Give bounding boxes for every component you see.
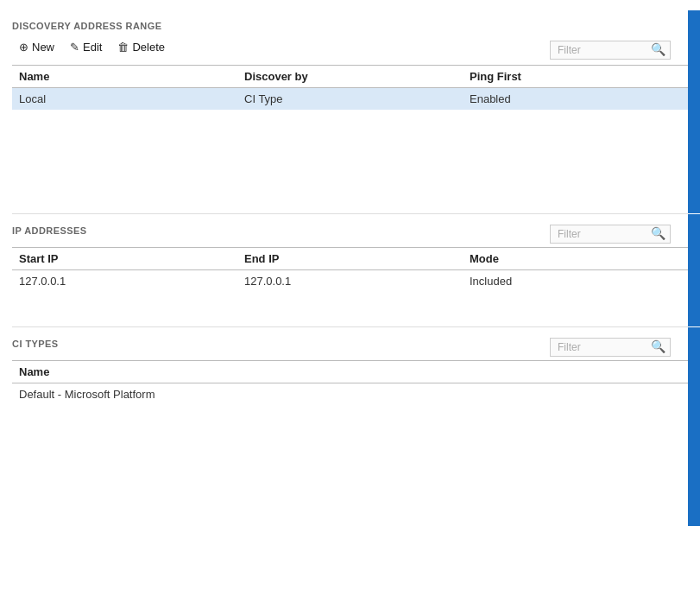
delete-label: Delete (132, 41, 165, 54)
ip-col-startip: Start IP (12, 248, 237, 270)
ip-col-mode: Mode (463, 248, 688, 270)
new-button[interactable]: ⊕ New (12, 38, 61, 56)
ip-col-endip: End IP (237, 248, 463, 270)
ci-col-name: Name (12, 361, 688, 383)
ip-filter-area: 🔍 (550, 225, 671, 244)
discovery-toolbar: ⊕ New ✎ Edit 🗑 Delete (12, 38, 172, 56)
ci-filter-area: 🔍 (550, 338, 671, 357)
ip-header-row: Start IP End IP Mode (12, 248, 688, 270)
discovery-section: DISCOVERY ADDRESS RANGE ⊕ New ✎ Edit 🗑 D… (0, 10, 700, 213)
ip-addresses-section: IP ADDRESSES 🔍 Start IP End IP Mode (0, 214, 700, 326)
ci-empty-row (12, 405, 688, 526)
discovery-cell-discoverby-0: CI Type (237, 88, 463, 111)
ci-blue-bar[interactable] (688, 327, 700, 526)
ci-row-0[interactable]: Default - Microsoft Platform (12, 383, 688, 406)
ci-cell-name-0: Default - Microsoft Platform (12, 383, 688, 406)
ci-types-section: CI TYPES 🔍 Name Default - Microsoft (0, 327, 700, 526)
edit-icon: ✎ (70, 41, 79, 54)
ci-header-row: Name (12, 361, 688, 383)
ci-search-button[interactable]: 🔍 (647, 338, 669, 355)
ip-blue-bar[interactable] (688, 214, 700, 326)
ip-cell-mode-0: Included (463, 270, 688, 293)
discovery-search-button[interactable]: 🔍 (647, 41, 669, 58)
discovery-col-name: Name (12, 66, 237, 88)
ip-cell-endip-0: 127.0.0.1 (237, 270, 463, 293)
discovery-row-0[interactable]: Local CI Type Enabled (12, 88, 688, 111)
discovery-blue-bar[interactable] (688, 10, 700, 213)
discovery-header-row: Name Discover by Ping First (12, 66, 688, 88)
page-wrapper: DISCOVERY ADDRESS RANGE ⊕ New ✎ Edit 🗑 D… (0, 0, 700, 602)
ip-table: Start IP End IP Mode 127.0.0.1 127.0.0.1… (12, 247, 688, 326)
discovery-col-pingfirst: Ping First (463, 66, 688, 88)
ip-row-0[interactable]: 127.0.0.1 127.0.0.1 Included (12, 270, 688, 293)
discovery-section-title: DISCOVERY ADDRESS RANGE (12, 21, 688, 31)
ip-table-wrapper: Start IP End IP Mode 127.0.0.1 127.0.0.1… (12, 247, 688, 326)
delete-button[interactable]: 🗑 Delete (110, 38, 172, 56)
ci-section-title: CI TYPES (12, 339, 59, 349)
ci-table: Name Default - Microsoft Platform (12, 360, 688, 526)
discovery-cell-pingfirst-0: Enabled (463, 88, 688, 111)
edit-label: Edit (83, 41, 102, 54)
new-icon: ⊕ (19, 41, 28, 54)
discovery-empty-row (12, 110, 688, 213)
discovery-filter-area: 🔍 (550, 41, 671, 60)
new-label: New (32, 41, 54, 54)
ip-cell-startip-0: 127.0.0.1 (12, 270, 237, 293)
discovery-table: Name Discover by Ping First Local CI Typ… (12, 65, 688, 213)
delete-icon: 🗑 (117, 41, 129, 54)
ip-section-title: IP ADDRESSES (12, 225, 87, 236)
ci-table-wrapper: Name Default - Microsoft Platform (12, 360, 688, 526)
ip-search-button[interactable]: 🔍 (647, 225, 669, 242)
discovery-cell-name-0: Local (12, 88, 237, 111)
ip-empty-row (12, 292, 688, 326)
discovery-col-discoverby: Discover by (237, 66, 463, 88)
edit-button[interactable]: ✎ Edit (63, 38, 109, 56)
discovery-table-wrapper: Name Discover by Ping First Local CI Typ… (12, 65, 688, 213)
